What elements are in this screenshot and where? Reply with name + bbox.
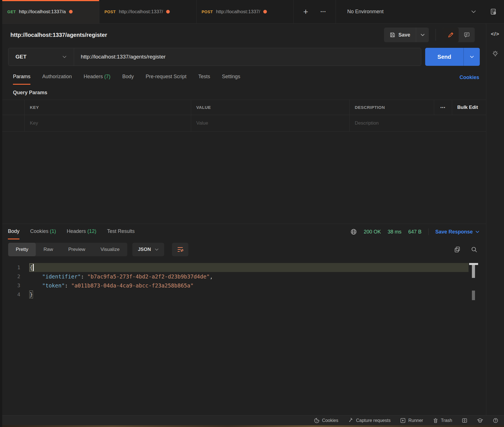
overview-ruler-marker[interactable] xyxy=(472,291,475,300)
cookies-link[interactable]: Cookies xyxy=(460,75,479,85)
url-row: GET Send xyxy=(2,46,486,70)
response-format-selector[interactable]: JSON xyxy=(132,243,164,256)
chevron-down-icon xyxy=(155,248,159,251)
floppy-icon xyxy=(390,32,395,38)
trash-button[interactable]: Trash xyxy=(433,418,452,423)
search-response-button[interactable] xyxy=(471,246,478,253)
request-tabbar: GET http://localhost:1337/a POST http://… xyxy=(2,0,504,24)
chevron-down-icon[interactable] xyxy=(471,10,476,13)
unsaved-dot-icon xyxy=(166,10,170,14)
edit-request-button[interactable] xyxy=(443,28,459,42)
text-cursor xyxy=(33,264,34,271)
tab-params[interactable]: Params xyxy=(13,74,30,85)
bulk-edit-button[interactable]: Bulk Edit xyxy=(452,100,486,115)
view-mode-switch: Pretty Raw Preview Visualize xyxy=(8,243,127,256)
view-pretty[interactable]: Pretty xyxy=(8,243,36,256)
request-tab-3[interactable]: POST http://localhost:1337/ xyxy=(197,0,294,23)
save-button[interactable]: Save xyxy=(384,28,416,42)
response-tab-body[interactable]: Body xyxy=(8,228,19,239)
trash-icon xyxy=(433,418,438,423)
tab-url-label: http://localhost:1337/ xyxy=(119,9,163,15)
params-header-row: KEY VALUE DESCRIPTION ••• Bulk Edit xyxy=(2,100,486,115)
send-button[interactable]: Send xyxy=(425,48,463,66)
lightbulb-icon[interactable] xyxy=(492,50,499,58)
save-response-button[interactable]: Save Response xyxy=(435,229,479,235)
response-tab-test-results[interactable]: Test Results xyxy=(107,228,135,239)
network-globe-icon[interactable] xyxy=(350,228,357,235)
status-bar: Cookies Capture requests Runner Trash xyxy=(2,415,504,425)
url-input[interactable] xyxy=(74,48,421,66)
overview-ruler-cursor-marker[interactable] xyxy=(472,265,475,278)
close-brace: } xyxy=(29,291,33,298)
response-size[interactable]: 647 B xyxy=(408,229,422,235)
description-input[interactable] xyxy=(355,120,481,126)
view-preview[interactable]: Preview xyxy=(61,243,93,256)
view-visualize[interactable]: Visualize xyxy=(93,243,127,256)
view-raw[interactable]: Raw xyxy=(36,243,61,256)
unsaved-dot-icon xyxy=(263,10,267,14)
tab-method-label: POST xyxy=(202,10,213,14)
send-options-button[interactable] xyxy=(463,48,480,66)
tab-authorization[interactable]: Authorization xyxy=(42,74,72,85)
method-value: GET xyxy=(15,54,26,60)
save-options-button[interactable] xyxy=(416,28,429,42)
json-key: "identifier" xyxy=(42,273,81,280)
method-selector[interactable]: GET xyxy=(8,48,74,66)
params-more-button[interactable]: ••• xyxy=(434,100,452,115)
edit-comment-group xyxy=(443,28,475,42)
status-code[interactable]: 200 OK xyxy=(364,229,381,235)
tab-pre-request-script[interactable]: Pre-request Script xyxy=(146,74,186,85)
graduation-cap-icon xyxy=(477,418,483,423)
response-body-editor[interactable]: 1 { 2 "identifier": "b7ac9fa5-273f-4bd2-… xyxy=(2,259,486,415)
tab-actions: + ••• xyxy=(294,0,336,23)
request-tab-2[interactable]: POST http://localhost:1337/ xyxy=(99,0,197,23)
panel-layout-button[interactable] xyxy=(462,418,467,423)
response-status-group: 200 OK 38 ms 647 B Save Response xyxy=(350,228,479,239)
tab-url-label: http://localhost:1337/a xyxy=(19,9,66,15)
tab-headers[interactable]: Headers (7) xyxy=(84,74,110,85)
wrap-lines-button[interactable] xyxy=(172,243,188,256)
code-line-1: 1 { xyxy=(2,263,486,272)
line-number: 3 xyxy=(2,281,29,290)
environment-selector[interactable]: No Environment xyxy=(347,9,471,15)
right-sidebar: </> xyxy=(486,24,504,415)
chevron-down-icon xyxy=(470,56,474,58)
new-tab-button[interactable]: + xyxy=(303,8,308,16)
response-tab-cookies[interactable]: Cookies (1) xyxy=(30,228,56,239)
response-tabs: Body Cookies (1) Headers (12) Test Resul… xyxy=(2,224,486,239)
panel-layout-icon xyxy=(462,418,467,423)
code-snippet-button[interactable]: </> xyxy=(491,31,499,37)
request-tab-1[interactable]: GET http://localhost:1337/a xyxy=(2,0,99,23)
tab-url-label: http://localhost:1337/ xyxy=(216,9,260,15)
pencil-icon xyxy=(448,32,454,38)
overview-ruler-marker xyxy=(469,263,478,265)
tab-settings[interactable]: Settings xyxy=(222,74,240,85)
training-button[interactable] xyxy=(477,418,483,423)
tab-tests[interactable]: Tests xyxy=(198,74,210,85)
capture-requests-button[interactable]: Capture requests xyxy=(348,418,391,423)
help-button[interactable] xyxy=(493,418,498,423)
value-input[interactable] xyxy=(196,120,344,126)
request-title: http://localhost:1337/agents/register xyxy=(10,32,384,38)
code-line-4: 4 } xyxy=(2,290,486,299)
response-time[interactable]: 38 ms xyxy=(388,229,402,235)
request-pane: http://localhost:1337/agents/register Sa… xyxy=(2,24,486,224)
open-brace: { xyxy=(29,264,33,271)
statusbar-cookies-button[interactable]: Cookies xyxy=(314,418,338,423)
environment-quick-look-icon[interactable] xyxy=(490,8,497,15)
copy-response-button[interactable] xyxy=(454,246,461,253)
environment-section: No Environment xyxy=(336,0,504,23)
runner-icon xyxy=(400,418,406,423)
description-column-header: DESCRIPTION xyxy=(350,100,434,115)
cookies-count: (1) xyxy=(50,228,56,234)
key-input[interactable] xyxy=(30,120,186,126)
json-value: "b7ac9fa5-273f-4bd2-a2f2-d23b9b37d4de" xyxy=(87,273,210,280)
value-column-header: VALUE xyxy=(191,100,350,115)
tab-method-label: GET xyxy=(7,10,16,14)
comments-button[interactable] xyxy=(459,28,475,42)
tab-body[interactable]: Body xyxy=(122,74,134,85)
response-tab-headers[interactable]: Headers (12) xyxy=(67,228,96,239)
tab-options-button[interactable]: ••• xyxy=(321,10,326,14)
row-select-cell xyxy=(2,115,25,131)
runner-button[interactable]: Runner xyxy=(400,418,423,423)
